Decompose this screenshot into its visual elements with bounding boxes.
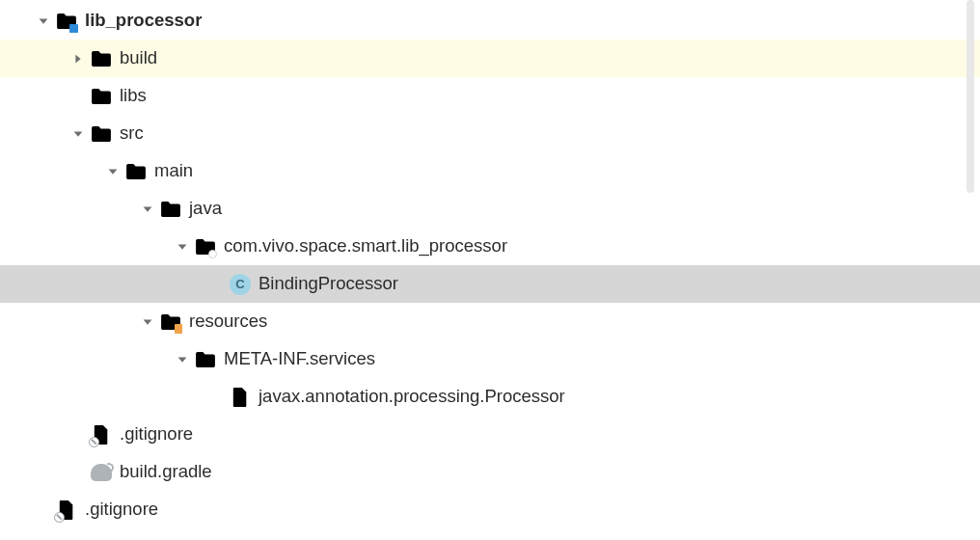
- folder-icon: [125, 161, 147, 182]
- module-folder-icon: [56, 11, 77, 32]
- folder-icon: [91, 86, 112, 107]
- ignored-file-icon: [91, 424, 112, 446]
- tree-item-root[interactable]: lib_processor: [0, 2, 980, 40]
- tree-item-main[interactable]: main: [0, 152, 980, 190]
- chevron-down-icon[interactable]: [139, 313, 156, 331]
- file-icon: [230, 387, 251, 408]
- ignored-file-icon: [56, 500, 77, 521]
- tree-item-package[interactable]: com.vivo.space.smart.lib_processor: [0, 228, 980, 265]
- tree-item-label: resources: [189, 312, 267, 331]
- tree-item-label: src: [120, 124, 144, 143]
- tree-item-metainf[interactable]: META-INF.services: [0, 340, 980, 378]
- gradle-icon: [91, 462, 112, 483]
- scrollbar-thumb[interactable]: [966, 0, 974, 193]
- tree-item-label: build: [120, 49, 157, 68]
- tree-item-class-bindingprocessor[interactable]: C BindingProcessor: [0, 265, 980, 303]
- tree-item-label: .gitignore: [85, 500, 158, 519]
- vertical-scrollbar[interactable]: [961, 0, 980, 540]
- tree-item-label: javax.annotation.processing.Processor: [259, 388, 565, 406]
- chevron-down-icon[interactable]: [139, 201, 156, 218]
- resources-folder-icon: [160, 311, 181, 333]
- chevron-right-icon[interactable]: [69, 50, 87, 68]
- tree-item-label: .gitignore: [120, 425, 193, 444]
- chevron-down-icon[interactable]: [69, 125, 87, 143]
- tree-item-label: META-INF.services: [224, 350, 375, 368]
- package-icon: [195, 236, 216, 257]
- class-icon: C: [230, 274, 251, 295]
- folder-icon: [91, 48, 112, 69]
- folder-icon: [91, 123, 112, 145]
- chevron-down-icon[interactable]: [104, 163, 122, 180]
- project-tree[interactable]: lib_processor build libs src main: [0, 0, 980, 528]
- chevron-down-icon[interactable]: [174, 351, 191, 368]
- tree-item-label: BindingProcessor: [259, 275, 398, 293]
- tree-item-build-gradle[interactable]: build.gradle: [0, 453, 980, 491]
- tree-item-label: com.vivo.space.smart.lib_processor: [224, 237, 507, 256]
- tree-item-label: build.gradle: [120, 463, 212, 481]
- chevron-down-icon[interactable]: [35, 13, 52, 30]
- tree-item-label: java: [189, 200, 222, 218]
- tree-item-label: libs: [120, 87, 147, 105]
- folder-icon: [195, 349, 216, 370]
- tree-item-build[interactable]: build: [0, 40, 980, 77]
- tree-item-gitignore-outer[interactable]: .gitignore: [0, 491, 980, 528]
- tree-item-src[interactable]: src: [0, 115, 980, 152]
- tree-item-gitignore-inner[interactable]: .gitignore: [0, 416, 980, 453]
- tree-item-label: main: [154, 162, 193, 180]
- tree-item-label: lib_processor: [85, 12, 202, 30]
- tree-item-processor-file[interactable]: javax.annotation.processing.Processor: [0, 378, 980, 416]
- tree-item-resources[interactable]: resources: [0, 303, 980, 340]
- source-folder-icon: [160, 199, 181, 220]
- tree-item-libs[interactable]: libs: [0, 77, 980, 115]
- chevron-down-icon[interactable]: [174, 238, 191, 256]
- tree-item-java[interactable]: java: [0, 190, 980, 228]
